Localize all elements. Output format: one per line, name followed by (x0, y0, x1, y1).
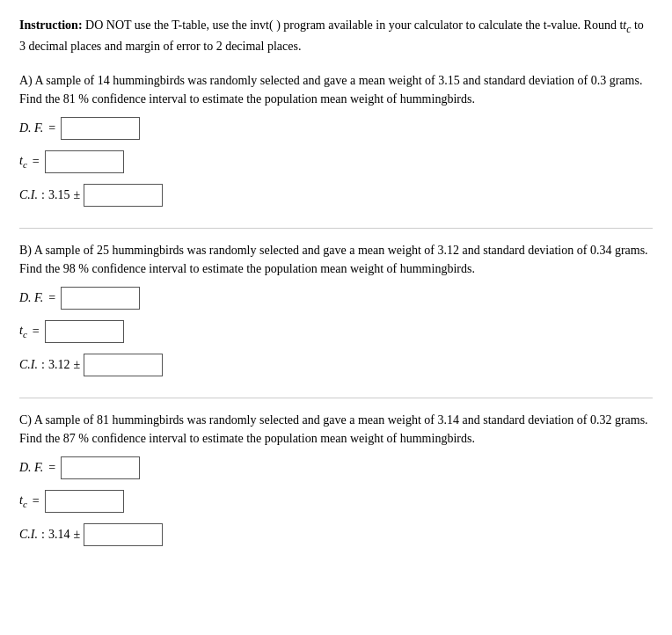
tc-equals-b: = (33, 325, 40, 339)
tc-row-b: tc = (19, 320, 653, 343)
divider-bc (19, 398, 653, 398)
ci-row-a: C.I. : 3.15 ± (19, 184, 653, 207)
tc-label-a: tc (19, 154, 27, 170)
section-b-description: B) A sample of 25 hummingbirds was rando… (19, 241, 653, 278)
df-label-b: D. F. (19, 291, 43, 305)
ci-colon-c: : (41, 528, 45, 542)
ci-pm-b: ± (73, 358, 80, 372)
ci-value-b: 3.12 (48, 358, 70, 372)
tc-label-b: tc (19, 324, 27, 339)
ci-row-b: C.I. : 3.12 ± (19, 354, 653, 376)
ci-label-a: C.I. (19, 188, 38, 202)
tc-input-a[interactable] (45, 150, 124, 173)
tc-input-b[interactable] (45, 320, 124, 343)
instruction-text: DO NOT use the T-table, use the invt( ) … (85, 18, 623, 32)
df-equals-c: = (48, 461, 55, 475)
ci-input-c[interactable] (84, 523, 163, 546)
ci-input-a[interactable] (84, 184, 163, 207)
instruction-block: Instruction: DO NOT use the T-table, use… (19, 16, 653, 55)
divider-ab (19, 228, 653, 229)
section-a-description: A) A sample of 14 hummingbirds was rando… (19, 71, 653, 108)
ci-pm-c: ± (73, 528, 80, 542)
tc-equals-a: = (33, 155, 40, 169)
section-c-description: C) A sample of 81 hummingbirds was rando… (19, 411, 653, 448)
ci-pm-a: ± (73, 188, 80, 202)
tc-input-c[interactable] (45, 490, 124, 513)
df-equals-a: = (48, 121, 55, 135)
df-row-b: D. F. = (19, 287, 653, 310)
ci-colon-b: : (41, 358, 45, 372)
ci-row-c: C.I. : 3.14 ± (19, 523, 653, 546)
ci-value-a: 3.15 (48, 188, 70, 202)
df-equals-b: = (48, 291, 55, 305)
ci-input-b[interactable] (84, 354, 163, 376)
tc-row-a: tc = (19, 150, 653, 173)
df-input-b[interactable] (61, 287, 140, 310)
ci-colon-a: : (41, 188, 45, 202)
section-c: C) A sample of 81 hummingbirds was rando… (19, 411, 653, 546)
ci-value-c: 3.14 (48, 528, 70, 542)
tc-equals-c: = (33, 494, 40, 508)
df-label-a: D. F. (19, 121, 43, 135)
df-input-c[interactable] (61, 456, 140, 479)
df-label-c: D. F. (19, 461, 43, 475)
instruction-bold: Instruction: (19, 18, 83, 32)
section-a: A) A sample of 14 hummingbirds was rando… (19, 71, 653, 207)
tc-row-c: tc = (19, 490, 653, 513)
section-b: B) A sample of 25 hummingbirds was rando… (19, 241, 653, 376)
ci-label-c: C.I. (19, 528, 38, 542)
ci-label-b: C.I. (19, 358, 38, 372)
df-input-a[interactable] (61, 117, 140, 140)
tc-label-c: tc (19, 493, 27, 509)
df-row-a: D. F. = (19, 117, 653, 140)
df-row-c: D. F. = (19, 456, 653, 479)
